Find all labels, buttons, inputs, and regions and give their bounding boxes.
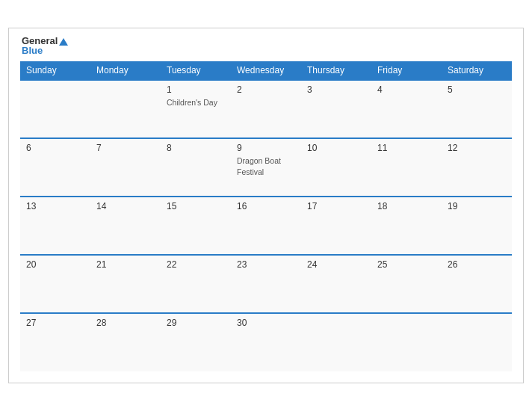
day-number: 16 (237, 201, 295, 211)
calendar-day-cell (371, 313, 442, 371)
day-number: 10 (307, 143, 365, 153)
calendar-day-cell: 20 (20, 255, 90, 313)
calendar-day-cell (301, 313, 371, 371)
day-number: 13 (26, 201, 84, 211)
calendar-day-cell: 5 (442, 80, 512, 138)
weekday-header-cell: Friday (371, 61, 442, 80)
calendar-week-row: 13141516171819 (20, 197, 512, 255)
day-number: 2 (237, 84, 295, 95)
day-number: 19 (448, 201, 506, 211)
calendar-day-cell: 23 (231, 255, 301, 313)
calendar-day-cell: 16 (231, 197, 301, 255)
day-number: 9 (237, 143, 295, 153)
calendar-day-cell: 29 (161, 313, 231, 371)
logo-blue-text: Blue (22, 46, 68, 55)
calendar-day-cell: 21 (90, 255, 161, 313)
calendar-week-row: 6789Dragon Boat Festival101112 (20, 138, 512, 197)
day-number: 5 (448, 84, 506, 95)
calendar-week-row: 27282930 (20, 313, 512, 371)
event-label: Dragon Boat Festival (237, 156, 281, 176)
calendar-day-cell: 24 (301, 255, 371, 313)
logo-triangle-icon (59, 38, 68, 46)
calendar-week-row: 20212223242526 (20, 255, 512, 313)
weekday-header-cell: Sunday (20, 61, 90, 80)
calendar-day-cell: 7 (90, 138, 161, 197)
calendar-day-cell: 9Dragon Boat Festival (231, 138, 301, 197)
day-number: 29 (167, 318, 225, 328)
calendar-day-cell: 2 (231, 80, 301, 138)
calendar-day-cell: 13 (20, 197, 90, 255)
calendar-day-cell: 8 (161, 138, 231, 197)
weekday-header-cell: Wednesday (231, 61, 301, 80)
calendar-day-cell: 14 (90, 197, 161, 255)
calendar-day-cell: 17 (301, 197, 371, 255)
calendar-day-cell: 27 (20, 313, 90, 371)
day-number: 20 (26, 259, 84, 270)
calendar-day-cell: 3 (301, 80, 371, 138)
calendar-day-cell: 26 (442, 255, 512, 313)
day-number: 24 (307, 259, 365, 270)
calendar-day-cell: 28 (90, 313, 161, 371)
weekday-header-cell: Tuesday (161, 61, 231, 80)
day-number: 26 (448, 259, 506, 270)
calendar-day-cell: 12 (442, 138, 512, 197)
calendar-day-cell: 11 (371, 138, 442, 197)
day-number: 28 (96, 318, 155, 328)
calendar-table: SundayMondayTuesdayWednesdayThursdayFrid… (20, 61, 512, 371)
calendar-day-cell (442, 313, 512, 371)
day-number: 30 (237, 318, 295, 328)
day-number: 11 (377, 143, 436, 153)
calendar-day-cell: 1Children's Day (161, 80, 231, 138)
calendar-day-cell: 6 (20, 138, 90, 197)
calendar-header: General Blue (20, 36, 512, 55)
day-number: 22 (167, 259, 225, 270)
day-number: 18 (377, 201, 436, 211)
calendar-day-cell: 15 (161, 197, 231, 255)
logo: General Blue (22, 36, 68, 55)
day-number: 7 (96, 143, 155, 153)
day-number: 27 (26, 318, 84, 328)
day-number: 17 (307, 201, 365, 211)
day-number: 6 (26, 143, 84, 153)
event-label: Children's Day (167, 98, 217, 107)
calendar-tbody: 1Children's Day23456789Dragon Boat Festi… (20, 80, 512, 371)
calendar-day-cell: 10 (301, 138, 371, 197)
calendar-day-cell: 18 (371, 197, 442, 255)
calendar-week-row: 1Children's Day2345 (20, 80, 512, 138)
day-number: 8 (167, 143, 225, 153)
calendar-day-cell: 25 (371, 255, 442, 313)
calendar-container: General Blue SundayMondayTuesdayWednesda… (8, 28, 524, 383)
calendar-day-cell (20, 80, 90, 138)
day-number: 15 (167, 201, 225, 211)
calendar-day-cell: 19 (442, 197, 512, 255)
weekday-header-cell: Monday (90, 61, 161, 80)
calendar-day-cell: 30 (231, 313, 301, 371)
day-number: 1 (167, 84, 225, 95)
calendar-day-cell: 4 (371, 80, 442, 138)
weekday-header-row: SundayMondayTuesdayWednesdayThursdayFrid… (20, 61, 512, 80)
day-number: 21 (96, 259, 155, 270)
weekday-header-cell: Saturday (442, 61, 512, 80)
calendar-thead: SundayMondayTuesdayWednesdayThursdayFrid… (20, 61, 512, 80)
day-number: 3 (307, 84, 365, 95)
day-number: 4 (377, 84, 436, 95)
calendar-day-cell: 22 (161, 255, 231, 313)
day-number: 12 (448, 143, 506, 153)
day-number: 23 (237, 259, 295, 270)
day-number: 14 (96, 201, 155, 211)
calendar-day-cell (90, 80, 161, 138)
day-number: 25 (377, 259, 436, 270)
weekday-header-cell: Thursday (301, 61, 371, 80)
